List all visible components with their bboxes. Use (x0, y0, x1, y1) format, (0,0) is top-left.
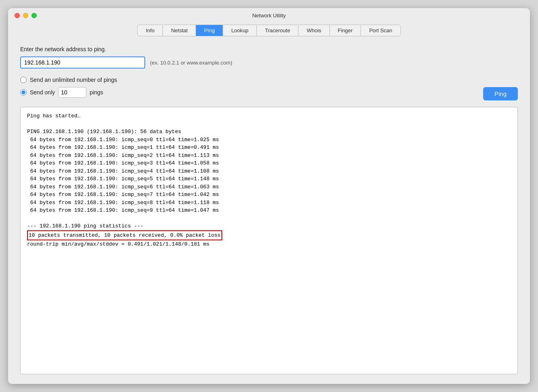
tab-netstat[interactable]: Netstat (163, 25, 196, 36)
window-title: Network Utility (252, 13, 286, 19)
tab-lookup[interactable]: Lookup (223, 25, 257, 36)
close-button[interactable] (15, 13, 20, 18)
address-row: (ex. 10.0.2.1 or www.example.com) (20, 56, 518, 69)
output-area[interactable]: Ping has started… PING 192.168.1.190 (19… (20, 107, 518, 374)
tab-whois[interactable]: Whois (298, 25, 329, 36)
highlighted-line: 10 packets transmitted, 10 packets recei… (27, 230, 222, 241)
tab-finger[interactable]: Finger (330, 25, 361, 36)
tab-bar: Info Netstat Ping Lookup Traceroute Whoi… (137, 25, 400, 36)
ping-button[interactable]: Ping (483, 87, 518, 100)
tab-traceroute[interactable]: Traceroute (257, 25, 298, 36)
content-area: Enter the network address to ping. (ex. … (8, 36, 530, 384)
titlebar: Network Utility (8, 8, 530, 21)
radio-unlimited-row: Send an unlimited number of pings (20, 77, 518, 83)
output-line-last: round-trip min/avg/max/stddev = 0.491/1.… (27, 241, 209, 247)
address-input[interactable] (20, 56, 145, 69)
radio-unlimited-label: Send an unlimited number of pings (30, 77, 117, 83)
main-window: Network Utility Info Netstat Ping Lookup… (8, 8, 530, 384)
tabs-container: Info Netstat Ping Lookup Traceroute Whoi… (8, 21, 530, 36)
tab-portscan[interactable]: Port Scan (361, 25, 400, 36)
radio-unlimited[interactable] (20, 77, 27, 83)
traffic-lights (15, 13, 37, 18)
tab-ping[interactable]: Ping (196, 25, 223, 36)
instruction-label: Enter the network address to ping. (20, 46, 518, 52)
address-hint: (ex. 10.0.2.1 or www.example.com) (150, 60, 232, 66)
maximize-button[interactable] (31, 13, 37, 18)
minimize-button[interactable] (23, 13, 28, 18)
ping-button-row: Ping (20, 87, 518, 100)
tab-info[interactable]: Info (138, 25, 163, 36)
output-line-0: Ping has started… PING 192.168.1.190 (19… (27, 113, 219, 229)
